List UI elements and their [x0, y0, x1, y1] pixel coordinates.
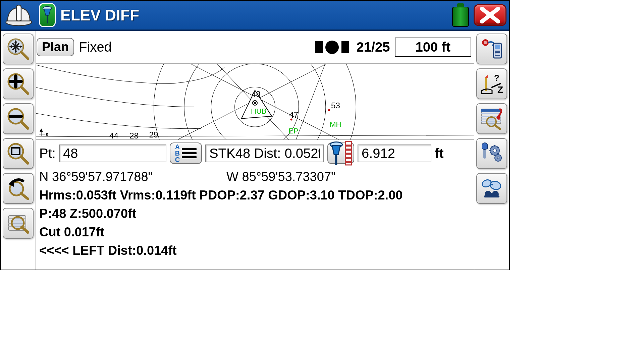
rod-height-input[interactable] — [358, 145, 431, 162]
cut-line: Cut 0.017ft — [39, 223, 471, 241]
svg-rect-17 — [315, 41, 323, 53]
input-row: Pt: ABC ft — [36, 140, 474, 166]
helmet-icon[interactable] — [3, 3, 34, 27]
map-label-ep: EP — [288, 127, 298, 135]
svg-text:Z: Z — [497, 84, 503, 95]
svg-rect-65 — [484, 195, 499, 197]
code-list-button[interactable]: ABC — [170, 142, 202, 164]
store-point-button[interactable] — [476, 34, 507, 64]
right-toolbar: ? Z — [474, 31, 509, 270]
receiver-status-icon[interactable] — [39, 3, 56, 27]
zoom-out-button[interactable] — [3, 103, 34, 134]
satellite-count: 21/25 — [356, 40, 390, 55]
svg-text:?: ? — [494, 73, 499, 83]
map-pt-28: 28 — [129, 131, 139, 139]
map-pt-29: 29 — [149, 130, 158, 139]
desc-input[interactable] — [205, 145, 324, 162]
close-button[interactable] — [474, 4, 506, 26]
rod-height-button[interactable] — [327, 142, 354, 164]
plan-view-button[interactable]: Plan — [37, 38, 74, 56]
point-elev-line: P:48 Z:500.070ft — [39, 205, 471, 223]
svg-point-43 — [484, 41, 487, 44]
svg-line-28 — [36, 135, 474, 137]
main-area: Plan Fixed 21/25 100 ft — [1, 31, 509, 270]
find-button[interactable] — [476, 173, 507, 204]
svg-point-59 — [497, 157, 499, 159]
satellite-icon — [315, 40, 349, 55]
svg-rect-2 — [47, 15, 48, 23]
map-scale-box[interactable]: 100 ft — [395, 38, 472, 57]
svg-point-57 — [493, 149, 496, 152]
point-list-button[interactable] — [476, 103, 507, 134]
battery-icon[interactable] — [452, 3, 469, 27]
svg-rect-64 — [490, 193, 493, 195]
title-bar: ELEV DIFF — [1, 1, 509, 31]
svg-rect-46 — [495, 45, 500, 49]
map-pt-53: 53 — [331, 101, 340, 110]
rod-height-unit: ft — [435, 146, 444, 161]
map-label-hub: HUB — [251, 107, 267, 115]
status-row: Plan Fixed 21/25 100 ft — [36, 31, 474, 64]
info-panel: N 36°59'57.971788" W 85°59'53.73307" Hrm… — [36, 166, 474, 270]
elevation-help-button[interactable]: ? Z — [476, 68, 507, 99]
longitude-label: W 85°59'53.73307" — [226, 168, 335, 186]
left-toolbar — [1, 31, 36, 270]
map-pt-44: 44 — [109, 131, 118, 139]
svg-rect-53 — [481, 109, 501, 112]
svg-marker-36 — [40, 129, 43, 131]
map-pt-48: 48 — [252, 90, 261, 99]
svg-point-34 — [328, 109, 330, 111]
screen-title: ELEV DIFF — [60, 6, 447, 24]
map-label-mh: MH — [330, 120, 341, 128]
zoom-in-button[interactable] — [3, 68, 34, 99]
center-panel: Plan Fixed 21/25 100 ft — [36, 31, 474, 270]
pt-label: Pt: — [39, 146, 56, 161]
latitude-label: N 36°59'57.971788" — [39, 168, 153, 186]
fix-status-label: Fixed — [79, 40, 112, 55]
svg-point-18 — [325, 41, 339, 54]
zoom-previous-button[interactable] — [3, 173, 34, 204]
zoom-window-button[interactable] — [3, 138, 34, 169]
svg-rect-19 — [341, 41, 349, 53]
zoom-extents-button[interactable] — [3, 34, 34, 64]
left-dist-line: <<<< LEFT Dist:0.014ft — [39, 241, 471, 260]
settings-button[interactable] — [476, 138, 507, 169]
pt-input[interactable] — [59, 145, 166, 162]
quality-line: Hrms:0.053ft Vrms:0.119ft PDOP:2.37 GDOP… — [39, 186, 471, 205]
svg-text:E: E — [46, 132, 48, 136]
zoom-layer-button[interactable] — [3, 208, 34, 239]
svg-rect-40 — [335, 155, 337, 165]
map-pt-47: 47 — [289, 110, 298, 119]
map-canvas[interactable]: 48 HUB 47 EP 53 MH 44 28 29 E — [36, 64, 474, 140]
